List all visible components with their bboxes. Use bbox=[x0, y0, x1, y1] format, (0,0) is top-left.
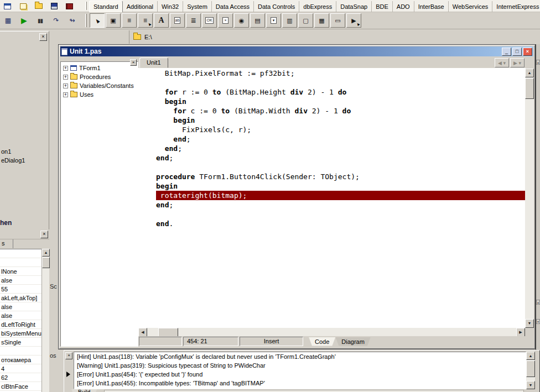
button-tool[interactable]: OK bbox=[202, 13, 217, 28]
run-button[interactable]: ▶ bbox=[17, 13, 31, 28]
scrollbar-thumb[interactable] bbox=[526, 360, 535, 377]
frames-tool[interactable]: ▣ bbox=[106, 13, 121, 28]
edit-tool[interactable]: ab bbox=[170, 13, 185, 28]
scroll-down-icon[interactable]: ▼ bbox=[536, 319, 540, 324]
palette-tab-win32[interactable]: Win32 bbox=[158, 1, 183, 12]
explorer-item-variables-constants[interactable]: +Variables/Constants bbox=[61, 81, 138, 90]
palette-tab-webservices[interactable]: WebServices bbox=[449, 1, 493, 12]
save-button[interactable] bbox=[48, 1, 60, 12]
maximize-button[interactable]: □ bbox=[512, 48, 522, 56]
palette-tab-data-controls[interactable]: Data Controls bbox=[254, 1, 299, 12]
document-tabstrip: Unit1 ◀ ▾ ▶ ▾ bbox=[138, 57, 526, 69]
checkbox-tool[interactable]: × bbox=[218, 13, 233, 28]
scroll-up-icon[interactable]: ▲ bbox=[526, 352, 535, 360]
inspector-scrollbar[interactable]: ▲ bbox=[41, 249, 49, 392]
panel-icon: ▭ bbox=[335, 17, 340, 24]
toolbar-gripper[interactable] bbox=[85, 14, 87, 27]
navigate-back-button[interactable]: ◀ ▾ bbox=[495, 58, 509, 67]
palette-tab-data-access[interactable]: Data Access bbox=[212, 1, 254, 12]
palette-tab-interbase[interactable]: InterBase bbox=[414, 1, 449, 12]
expand-plus-icon[interactable]: + bbox=[63, 83, 68, 88]
close-button[interactable]: × bbox=[523, 48, 532, 56]
code-editor[interactable]: BitMap.PixelFormat := pf32bit; for r := … bbox=[138, 69, 525, 328]
memo-tool[interactable]: ≣ bbox=[186, 13, 201, 28]
expand-plus-icon[interactable]: + bbox=[63, 92, 68, 97]
palette-tab-system[interactable]: System bbox=[183, 1, 212, 12]
label-tool[interactable]: A bbox=[154, 13, 169, 28]
code-line: for c := 0 to (BitMap.Width div 2) - 1 d… bbox=[156, 106, 525, 116]
scrollbar-thumb[interactable] bbox=[525, 78, 534, 99]
message-row[interactable]: [Error] Unit1.pas(455): Incompatible typ… bbox=[74, 379, 526, 388]
editor-window-titlebar[interactable]: Unit 1.pas _ □ × bbox=[60, 46, 533, 56]
view-tab-code[interactable]: Code bbox=[309, 337, 335, 346]
list-box-tool[interactable]: ▤ bbox=[250, 13, 265, 28]
scroll-right-icon[interactable]: ▶ bbox=[516, 328, 525, 337]
radio-button-tool[interactable]: ◉ bbox=[234, 13, 249, 28]
toolbar-gripper[interactable] bbox=[85, 2, 87, 10]
expand-plus-icon[interactable]: + bbox=[63, 66, 68, 71]
panel-tool[interactable]: ▭ bbox=[330, 13, 345, 28]
open-folder-button[interactable] bbox=[32, 1, 45, 12]
scroll-up-icon[interactable]: ▲ bbox=[525, 69, 534, 77]
navigate-forward-button[interactable]: ▶ ▾ bbox=[510, 58, 525, 67]
close-icon[interactable]: × bbox=[130, 59, 137, 66]
pages-button[interactable] bbox=[17, 1, 29, 12]
palette-tab-internetexpress[interactable]: InternetExpress bbox=[492, 1, 540, 12]
scroll-up-icon[interactable]: ▲ bbox=[536, 60, 540, 65]
minimize-button[interactable]: _ bbox=[502, 48, 511, 56]
editor-vertical-scrollbar[interactable]: ▲ ▼ bbox=[525, 69, 534, 328]
action-list-tool[interactable]: ▶▲ bbox=[346, 13, 361, 28]
palette-tab-additional[interactable]: Additional bbox=[123, 1, 158, 12]
explorer-item-procedures[interactable]: +Procedures bbox=[61, 72, 138, 81]
edit-icon: ab bbox=[174, 17, 181, 24]
window-button[interactable] bbox=[1, 1, 14, 12]
messages-horizontal-scrollbar[interactable] bbox=[104, 390, 524, 392]
trace-into-button[interactable]: ↷ bbox=[49, 13, 63, 28]
scroll-up-icon[interactable]: ▲ bbox=[42, 249, 50, 257]
label-icon: A bbox=[158, 16, 164, 25]
background-text-fragment: os bbox=[50, 352, 56, 359]
messages-scrollbar[interactable]: ▲ ▼ bbox=[526, 352, 535, 389]
scroll-left-icon[interactable]: ◀ bbox=[138, 328, 147, 337]
scroll-bar-tool[interactable]: ▥ bbox=[282, 13, 297, 28]
pause-button[interactable]: ▮▮ bbox=[33, 13, 47, 28]
scroll-down-icon[interactable]: ▼ bbox=[526, 381, 535, 389]
palette-tab-datasnap[interactable]: DataSnap bbox=[336, 1, 372, 12]
message-row[interactable]: [Hint] Unit1.pas(118): Variable 'pConfig… bbox=[74, 352, 526, 361]
scroll-up-icon[interactable]: ▲ bbox=[536, 300, 540, 305]
palette-tab-bde[interactable]: BDE bbox=[372, 1, 393, 12]
close-icon[interactable]: × bbox=[39, 33, 47, 41]
message-row[interactable]: [Error] Unit1.pas(454): '(' expected but… bbox=[74, 370, 526, 379]
pointer-tool[interactable]: ▲ bbox=[90, 13, 105, 28]
toolbar-misc-button[interactable]: ▦ bbox=[1, 13, 15, 28]
scroll-down-icon[interactable]: ▼ bbox=[525, 319, 534, 328]
step-over-button[interactable]: ↬ bbox=[65, 13, 79, 28]
help-book-button[interactable] bbox=[63, 1, 76, 12]
message-row[interactable]: [Warning] Unit1.pas(319): Suspicious typ… bbox=[74, 361, 526, 370]
group-box-tool[interactable]: ▢ bbox=[298, 13, 313, 28]
radio-group-tool[interactable]: ▦ bbox=[314, 13, 329, 28]
close-icon[interactable]: × bbox=[40, 231, 48, 238]
main-menu-tool[interactable]: ≡ bbox=[122, 13, 137, 28]
scrollbar-thumb[interactable] bbox=[158, 328, 178, 337]
scrollbar-thumb[interactable] bbox=[42, 257, 50, 268]
tab-build[interactable]: Build bbox=[71, 389, 97, 392]
popup-menu-tool[interactable]: ≡▲ bbox=[138, 13, 153, 28]
code-line: begin bbox=[156, 97, 525, 106]
message-list: [Hint] Unit1.pas(118): Variable 'pConfig… bbox=[74, 352, 526, 389]
window-icon bbox=[4, 3, 11, 9]
view-tab-diagram[interactable]: Diagram bbox=[335, 337, 371, 346]
combo-box-tool[interactable]: ▾ bbox=[266, 13, 281, 28]
palette-tab-standard[interactable]: Standard bbox=[89, 1, 123, 12]
editor-horizontal-scrollbar[interactable]: ◀ ▶ bbox=[138, 328, 525, 337]
palette-tab-dbexpress[interactable]: dbExpress bbox=[299, 1, 336, 12]
explorer-item-uses[interactable]: +Uses bbox=[61, 90, 138, 99]
background-band: × E:\ bbox=[0, 29, 540, 44]
explorer-item-tform1[interactable]: +TForm1 bbox=[61, 64, 138, 72]
palette-tab-ado[interactable]: ADO bbox=[393, 1, 414, 12]
expand-plus-icon[interactable]: + bbox=[63, 75, 68, 80]
tab-unit1[interactable]: Unit1 bbox=[139, 58, 168, 68]
drive-path-bar[interactable]: E:\ bbox=[129, 30, 152, 44]
inspector-tab-fragment[interactable]: s bbox=[0, 239, 13, 248]
close-icon[interactable]: × bbox=[65, 352, 72, 359]
